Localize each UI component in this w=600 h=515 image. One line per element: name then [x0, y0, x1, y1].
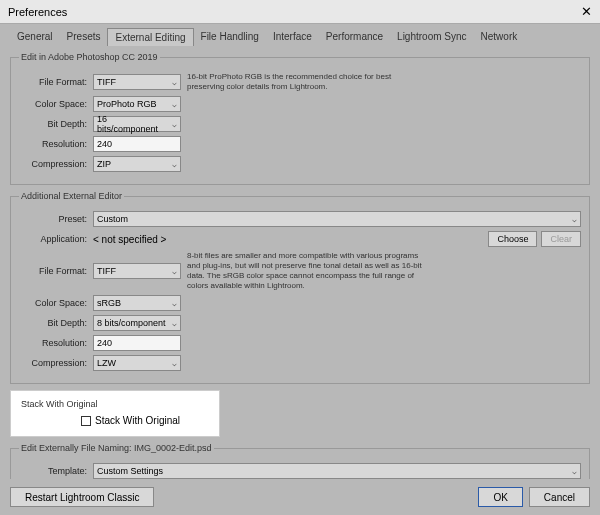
footer: Restart Lightroom Classic OK Cancel: [0, 479, 600, 515]
chevron-down-icon: ⌵: [172, 299, 177, 308]
resolution-label: Resolution:: [19, 139, 87, 149]
chevron-down-icon: ⌵: [172, 120, 177, 129]
stack-checkbox[interactable]: [81, 416, 91, 426]
stack-with-original-section: Stack With Original Stack With Original: [10, 390, 220, 437]
tabs: General Presets External Editing File Ha…: [0, 24, 600, 46]
tab-general[interactable]: General: [10, 28, 60, 46]
content: Edit in Adobe Photoshop CC 2019 File For…: [0, 46, 600, 479]
file-format-label-2: File Format:: [19, 266, 87, 276]
stack-checkbox-label: Stack With Original: [95, 415, 180, 426]
file-format-hint-2: 8-bit files are smaller and more compati…: [187, 251, 427, 291]
section-photoshop-legend: Edit in Adobe Photoshop CC 2019: [19, 52, 160, 62]
section-additional-editor: Additional External Editor Preset: Custo…: [10, 191, 590, 384]
template-select[interactable]: Custom Settings⌵: [93, 463, 581, 479]
chevron-down-icon: ⌵: [172, 359, 177, 368]
tab-presets[interactable]: Presets: [60, 28, 108, 46]
titlebar: Preferences ✕: [0, 0, 600, 24]
chevron-down-icon: ⌵: [572, 467, 577, 476]
file-format-select[interactable]: TIFF⌵: [93, 74, 181, 90]
section-photoshop: Edit in Adobe Photoshop CC 2019 File For…: [10, 52, 590, 185]
template-label: Template:: [19, 466, 87, 476]
compression-label: Compression:: [19, 159, 87, 169]
choose-button[interactable]: Choose: [488, 231, 537, 247]
ok-button[interactable]: OK: [478, 487, 522, 507]
color-space-select[interactable]: ProPhoto RGB⌵: [93, 96, 181, 112]
file-format-hint: 16-bit ProPhoto RGB is the recommended c…: [187, 72, 427, 92]
compression-select[interactable]: ZIP⌵: [93, 156, 181, 172]
tab-lightroom-sync[interactable]: Lightroom Sync: [390, 28, 473, 46]
color-space-label-2: Color Space:: [19, 298, 87, 308]
tab-network[interactable]: Network: [474, 28, 525, 46]
cancel-button[interactable]: Cancel: [529, 487, 590, 507]
file-naming-legend: Edit Externally File Naming: IMG_0002-Ed…: [19, 443, 214, 453]
bit-depth-label: Bit Depth:: [19, 119, 87, 129]
application-label: Application:: [19, 234, 87, 244]
preset-label: Preset:: [19, 214, 87, 224]
color-space-select-2[interactable]: sRGB⌵: [93, 295, 181, 311]
chevron-down-icon: ⌵: [572, 215, 577, 224]
bit-depth-select[interactable]: 16 bits/component⌵: [93, 116, 181, 132]
resolution-input-2[interactable]: 240: [93, 335, 181, 351]
color-space-label: Color Space:: [19, 99, 87, 109]
stack-title: Stack With Original: [21, 399, 209, 409]
section-file-naming: Edit Externally File Naming: IMG_0002-Ed…: [10, 443, 590, 479]
bit-depth-label-2: Bit Depth:: [19, 318, 87, 328]
chevron-down-icon: ⌵: [172, 78, 177, 87]
clear-button[interactable]: Clear: [541, 231, 581, 247]
preset-select[interactable]: Custom⌵: [93, 211, 581, 227]
tab-external-editing[interactable]: External Editing: [107, 28, 193, 46]
section-additional-legend: Additional External Editor: [19, 191, 124, 201]
compression-select-2[interactable]: LZW⌵: [93, 355, 181, 371]
application-value: < not specified >: [93, 234, 166, 245]
chevron-down-icon: ⌵: [172, 267, 177, 276]
file-format-label: File Format:: [19, 77, 87, 87]
tab-interface[interactable]: Interface: [266, 28, 319, 46]
preferences-window: Preferences ✕ General Presets External E…: [0, 0, 600, 515]
chevron-down-icon: ⌵: [172, 319, 177, 328]
compression-label-2: Compression:: [19, 358, 87, 368]
chevron-down-icon: ⌵: [172, 100, 177, 109]
window-title: Preferences: [8, 6, 67, 18]
resolution-label-2: Resolution:: [19, 338, 87, 348]
chevron-down-icon: ⌵: [172, 160, 177, 169]
resolution-input[interactable]: 240: [93, 136, 181, 152]
close-icon[interactable]: ✕: [581, 4, 592, 19]
file-format-select-2[interactable]: TIFF⌵: [93, 263, 181, 279]
tab-performance[interactable]: Performance: [319, 28, 390, 46]
tab-file-handling[interactable]: File Handling: [194, 28, 266, 46]
restart-button[interactable]: Restart Lightroom Classic: [10, 487, 154, 507]
bit-depth-select-2[interactable]: 8 bits/component⌵: [93, 315, 181, 331]
